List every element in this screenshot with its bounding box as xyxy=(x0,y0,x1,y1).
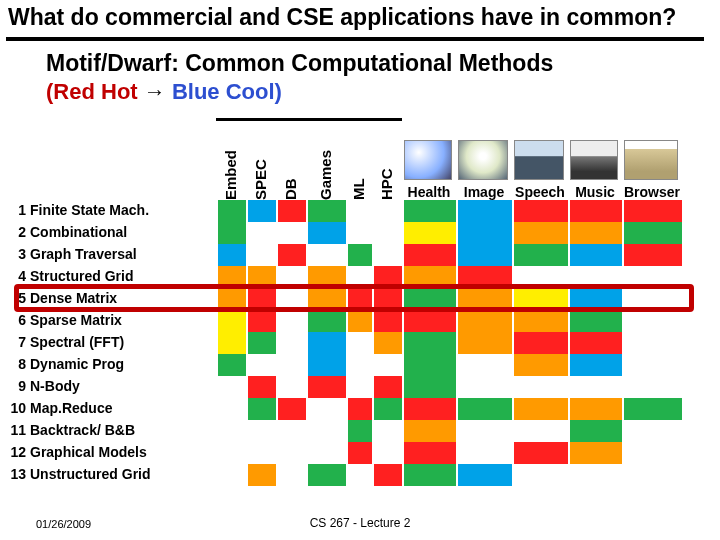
heat-cell xyxy=(372,222,402,244)
heat-cell xyxy=(306,288,346,310)
heat-cell xyxy=(276,222,306,244)
heat-cell xyxy=(622,442,682,464)
heat-cell xyxy=(276,310,306,332)
heat-cell xyxy=(346,200,372,222)
heat-cell xyxy=(246,464,276,486)
col-header-music: Music xyxy=(568,184,622,200)
heat-cell xyxy=(216,288,246,310)
heat-cell xyxy=(346,420,372,442)
heat-cell xyxy=(456,288,512,310)
heat-cell xyxy=(622,288,682,310)
heat-cell xyxy=(216,398,246,420)
row-label: Dense Matrix xyxy=(30,290,200,306)
heat-cell xyxy=(402,442,456,464)
heat-cell xyxy=(306,222,346,244)
row-number: 6 xyxy=(6,312,26,328)
heat-cell xyxy=(372,376,402,398)
heatmap-chart: EmbedSPECDBGamesMLHPCHealthImageSpeechMu… xyxy=(6,120,720,486)
heat-cell xyxy=(246,442,276,464)
heat-cell xyxy=(402,266,456,288)
col-header-image: Image xyxy=(456,184,512,200)
heat-cell xyxy=(622,244,682,266)
col-thumb-image xyxy=(458,140,508,180)
heat-cell xyxy=(568,442,622,464)
heat-cell xyxy=(306,420,346,442)
heat-cell xyxy=(276,332,306,354)
row-number: 3 xyxy=(6,246,26,262)
row-label: Unstructured Grid xyxy=(30,466,200,482)
heat-cell xyxy=(372,464,402,486)
row-number: 13 xyxy=(6,466,26,482)
heat-cell xyxy=(306,244,346,266)
row-label: N-Body xyxy=(30,378,200,394)
heat-cell xyxy=(216,354,246,376)
heat-cell xyxy=(456,420,512,442)
heat-cell xyxy=(306,464,346,486)
row-label: Dynamic Prog xyxy=(30,356,200,372)
table-row: 12Graphical Models xyxy=(6,442,720,464)
table-row: 10Map.Reduce xyxy=(6,398,720,420)
table-row: 13Unstructured Grid xyxy=(6,464,720,486)
heat-cell xyxy=(346,376,372,398)
heat-cell xyxy=(246,376,276,398)
heat-cell xyxy=(622,398,682,420)
heat-cell xyxy=(512,200,568,222)
heat-cell xyxy=(276,354,306,376)
heat-cell xyxy=(622,222,682,244)
heat-cell xyxy=(568,200,622,222)
col-header-games: Games xyxy=(317,120,334,200)
col-thumb-speech xyxy=(514,140,564,180)
heat-cell xyxy=(372,310,402,332)
column-headers: EmbedSPECDBGamesMLHPCHealthImageSpeechMu… xyxy=(6,120,720,200)
col-header-hpc: HPC xyxy=(378,120,395,200)
legend-cool: Blue Cool) xyxy=(172,79,282,104)
row-number: 12 xyxy=(6,444,26,460)
table-row: 4Structured Grid xyxy=(6,266,720,288)
row-number: 8 xyxy=(6,356,26,372)
table-row: 2Combinational xyxy=(6,222,720,244)
heat-cell xyxy=(512,310,568,332)
heat-cell xyxy=(568,354,622,376)
heat-cell xyxy=(246,398,276,420)
heat-cell xyxy=(402,376,456,398)
heat-cell xyxy=(216,222,246,244)
heat-cell xyxy=(246,244,276,266)
heat-cell xyxy=(346,266,372,288)
heat-cell xyxy=(346,332,372,354)
heat-cell xyxy=(246,332,276,354)
row-label: Finite State Mach. xyxy=(30,202,200,218)
heat-cell xyxy=(372,420,402,442)
legend-hot: (Red Hot xyxy=(46,79,138,104)
row-number: 2 xyxy=(6,224,26,240)
heat-cell xyxy=(456,222,512,244)
table-row: 8Dynamic Prog xyxy=(6,354,720,376)
heat-cell xyxy=(512,464,568,486)
heat-cell xyxy=(306,442,346,464)
heat-cell xyxy=(456,332,512,354)
col-header-browse: Browser xyxy=(622,184,682,200)
table-row: 9N-Body xyxy=(6,376,720,398)
table-row: 1Finite State Mach. xyxy=(6,200,720,222)
heat-cell xyxy=(246,310,276,332)
heat-cell xyxy=(346,222,372,244)
heat-cell xyxy=(346,464,372,486)
heat-cell xyxy=(276,376,306,398)
table-row: 7Spectral (FFT) xyxy=(6,332,720,354)
heat-cell xyxy=(276,442,306,464)
heat-cell xyxy=(306,398,346,420)
heat-cell xyxy=(512,420,568,442)
heat-cell xyxy=(372,354,402,376)
heat-cell xyxy=(306,376,346,398)
footer-lecture: CS 267 - Lecture 2 xyxy=(0,516,720,530)
heat-cell xyxy=(568,244,622,266)
table-row: 6Sparse Matrix xyxy=(6,310,720,332)
heat-cell xyxy=(216,420,246,442)
heat-cell xyxy=(568,376,622,398)
row-label: Backtrack/ B&B xyxy=(30,422,200,438)
row-label: Map.Reduce xyxy=(30,400,200,416)
row-label: Sparse Matrix xyxy=(30,312,200,328)
heat-cell xyxy=(456,354,512,376)
heat-cell xyxy=(568,398,622,420)
heat-cell xyxy=(276,398,306,420)
heat-cell xyxy=(346,354,372,376)
